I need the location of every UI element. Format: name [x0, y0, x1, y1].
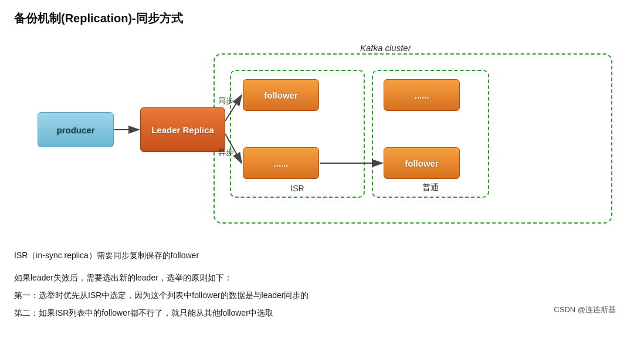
follower-normal-node: follower [384, 147, 460, 179]
csdn-label: CSDN @连连斯基 [554, 305, 616, 315]
producer-node: producer [38, 112, 114, 147]
text-line1: ISR（in-sync replica）需要同步复制保存的follower [14, 247, 630, 263]
dots-normal-node: ...... [384, 79, 460, 111]
dots-isr-node: ...... [243, 147, 319, 179]
isr-label: ISR [231, 184, 364, 193]
leader-replica-node: Leader Replica [140, 107, 225, 152]
diagram-area: Kafka cluster ISR 普通 producer Leader Rep… [14, 37, 630, 236]
text-line4: 第二：如果ISR列表中的follower都不行了，就只能从其他follower中… [14, 305, 630, 321]
sync-label: 同步 [218, 96, 233, 106]
kafka-cluster-label: Kafka cluster [360, 43, 411, 53]
bottom-text: ISR（in-sync replica）需要同步复制保存的follower 如果… [14, 247, 630, 321]
text-line3: 第一：选举时优先从ISR中选定，因为这个列表中follower的数据是与lead… [14, 287, 630, 303]
text-line2: 如果leader失效后，需要选出新的leader，选举的原则如下： [14, 269, 630, 286]
page-title: 备份机制(Replication)-同步方式 [14, 11, 630, 26]
async-label: 异步 [218, 147, 233, 158]
normal-label: 普通 [373, 182, 488, 193]
follower-isr-node: follower [243, 79, 319, 111]
